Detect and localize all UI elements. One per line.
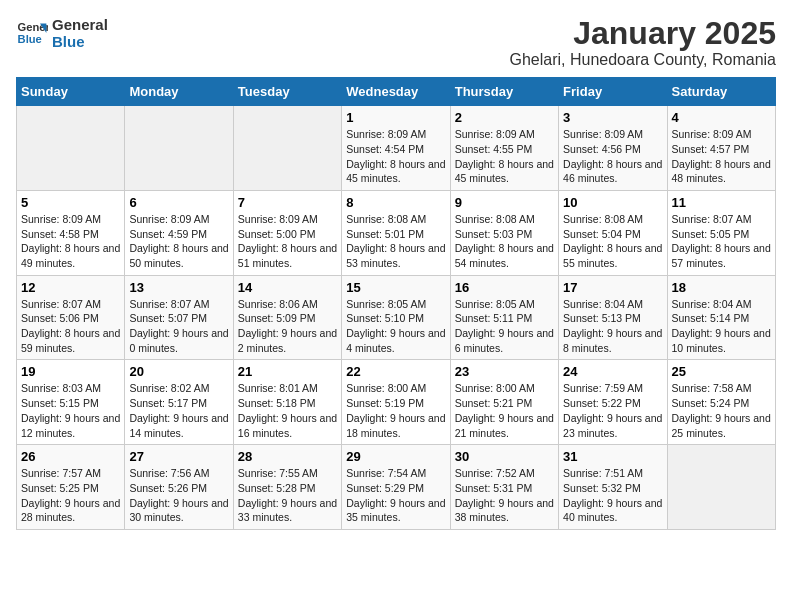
day-info: Sunrise: 8:07 AM Sunset: 5:06 PM Dayligh… [21,297,120,356]
day-info: Sunrise: 8:09 AM Sunset: 4:56 PM Dayligh… [563,127,662,186]
day-info: Sunrise: 7:57 AM Sunset: 5:25 PM Dayligh… [21,466,120,525]
calendar-day-12: 12Sunrise: 8:07 AM Sunset: 5:06 PM Dayli… [17,275,125,360]
day-number: 26 [21,449,120,464]
calendar-day-11: 11Sunrise: 8:07 AM Sunset: 5:05 PM Dayli… [667,190,775,275]
calendar-day-19: 19Sunrise: 8:03 AM Sunset: 5:15 PM Dayli… [17,360,125,445]
weekday-header-sunday: Sunday [17,78,125,106]
calendar-day-28: 28Sunrise: 7:55 AM Sunset: 5:28 PM Dayli… [233,445,341,530]
day-info: Sunrise: 8:08 AM Sunset: 5:01 PM Dayligh… [346,212,445,271]
weekday-header-thursday: Thursday [450,78,558,106]
calendar-header: SundayMondayTuesdayWednesdayThursdayFrid… [17,78,776,106]
calendar-day-5: 5Sunrise: 8:09 AM Sunset: 4:58 PM Daylig… [17,190,125,275]
day-number: 10 [563,195,662,210]
calendar-day-16: 16Sunrise: 8:05 AM Sunset: 5:11 PM Dayli… [450,275,558,360]
day-info: Sunrise: 8:01 AM Sunset: 5:18 PM Dayligh… [238,381,337,440]
weekday-header-wednesday: Wednesday [342,78,450,106]
day-info: Sunrise: 7:55 AM Sunset: 5:28 PM Dayligh… [238,466,337,525]
day-number: 2 [455,110,554,125]
calendar-day-17: 17Sunrise: 8:04 AM Sunset: 5:13 PM Dayli… [559,275,667,360]
calendar-day-1: 1Sunrise: 8:09 AM Sunset: 4:54 PM Daylig… [342,106,450,191]
svg-text:Blue: Blue [18,33,42,45]
title-block: January 2025 Ghelari, Hunedoara County, … [509,16,776,69]
calendar-day-22: 22Sunrise: 8:00 AM Sunset: 5:19 PM Dayli… [342,360,450,445]
day-number: 11 [672,195,771,210]
calendar-day-4: 4Sunrise: 8:09 AM Sunset: 4:57 PM Daylig… [667,106,775,191]
calendar-week-3: 12Sunrise: 8:07 AM Sunset: 5:06 PM Dayli… [17,275,776,360]
day-number: 12 [21,280,120,295]
day-number: 17 [563,280,662,295]
day-number: 27 [129,449,228,464]
calendar-day-25: 25Sunrise: 7:58 AM Sunset: 5:24 PM Dayli… [667,360,775,445]
calendar-week-1: 1Sunrise: 8:09 AM Sunset: 4:54 PM Daylig… [17,106,776,191]
day-info: Sunrise: 8:07 AM Sunset: 5:05 PM Dayligh… [672,212,771,271]
day-info: Sunrise: 8:09 AM Sunset: 5:00 PM Dayligh… [238,212,337,271]
logo-line1: General [52,16,108,33]
day-info: Sunrise: 7:59 AM Sunset: 5:22 PM Dayligh… [563,381,662,440]
day-number: 21 [238,364,337,379]
day-number: 14 [238,280,337,295]
day-info: Sunrise: 7:54 AM Sunset: 5:29 PM Dayligh… [346,466,445,525]
calendar-day-18: 18Sunrise: 8:04 AM Sunset: 5:14 PM Dayli… [667,275,775,360]
weekday-header-saturday: Saturday [667,78,775,106]
day-number: 6 [129,195,228,210]
day-info: Sunrise: 8:05 AM Sunset: 5:11 PM Dayligh… [455,297,554,356]
calendar-day-20: 20Sunrise: 8:02 AM Sunset: 5:17 PM Dayli… [125,360,233,445]
calendar-day-9: 9Sunrise: 8:08 AM Sunset: 5:03 PM Daylig… [450,190,558,275]
day-info: Sunrise: 8:03 AM Sunset: 5:15 PM Dayligh… [21,381,120,440]
day-number: 30 [455,449,554,464]
calendar-day-26: 26Sunrise: 7:57 AM Sunset: 5:25 PM Dayli… [17,445,125,530]
calendar-day-7: 7Sunrise: 8:09 AM Sunset: 5:00 PM Daylig… [233,190,341,275]
calendar-empty [17,106,125,191]
day-number: 18 [672,280,771,295]
day-info: Sunrise: 8:04 AM Sunset: 5:14 PM Dayligh… [672,297,771,356]
day-number: 25 [672,364,771,379]
weekday-header-tuesday: Tuesday [233,78,341,106]
logo-icon: General Blue [16,17,48,49]
calendar-day-3: 3Sunrise: 8:09 AM Sunset: 4:56 PM Daylig… [559,106,667,191]
day-number: 28 [238,449,337,464]
calendar-day-8: 8Sunrise: 8:08 AM Sunset: 5:01 PM Daylig… [342,190,450,275]
calendar-title: January 2025 [509,16,776,51]
day-number: 31 [563,449,662,464]
day-info: Sunrise: 8:09 AM Sunset: 4:58 PM Dayligh… [21,212,120,271]
calendar-empty [233,106,341,191]
day-number: 29 [346,449,445,464]
day-number: 8 [346,195,445,210]
day-number: 9 [455,195,554,210]
day-info: Sunrise: 8:05 AM Sunset: 5:10 PM Dayligh… [346,297,445,356]
calendar-day-23: 23Sunrise: 8:00 AM Sunset: 5:21 PM Dayli… [450,360,558,445]
weekday-row: SundayMondayTuesdayWednesdayThursdayFrid… [17,78,776,106]
day-info: Sunrise: 8:06 AM Sunset: 5:09 PM Dayligh… [238,297,337,356]
weekday-header-monday: Monday [125,78,233,106]
day-number: 5 [21,195,120,210]
calendar-day-24: 24Sunrise: 7:59 AM Sunset: 5:22 PM Dayli… [559,360,667,445]
day-number: 3 [563,110,662,125]
calendar-day-14: 14Sunrise: 8:06 AM Sunset: 5:09 PM Dayli… [233,275,341,360]
calendar-empty [667,445,775,530]
day-info: Sunrise: 8:08 AM Sunset: 5:04 PM Dayligh… [563,212,662,271]
day-info: Sunrise: 7:58 AM Sunset: 5:24 PM Dayligh… [672,381,771,440]
calendar-day-2: 2Sunrise: 8:09 AM Sunset: 4:55 PM Daylig… [450,106,558,191]
day-number: 13 [129,280,228,295]
day-info: Sunrise: 8:07 AM Sunset: 5:07 PM Dayligh… [129,297,228,356]
day-info: Sunrise: 8:00 AM Sunset: 5:19 PM Dayligh… [346,381,445,440]
day-info: Sunrise: 8:09 AM Sunset: 4:57 PM Dayligh… [672,127,771,186]
logo-line2: Blue [52,33,108,50]
calendar-day-30: 30Sunrise: 7:52 AM Sunset: 5:31 PM Dayli… [450,445,558,530]
day-info: Sunrise: 8:09 AM Sunset: 4:54 PM Dayligh… [346,127,445,186]
day-info: Sunrise: 7:52 AM Sunset: 5:31 PM Dayligh… [455,466,554,525]
day-info: Sunrise: 8:09 AM Sunset: 4:59 PM Dayligh… [129,212,228,271]
day-number: 23 [455,364,554,379]
day-number: 7 [238,195,337,210]
day-info: Sunrise: 8:04 AM Sunset: 5:13 PM Dayligh… [563,297,662,356]
calendar-body: 1Sunrise: 8:09 AM Sunset: 4:54 PM Daylig… [17,106,776,530]
day-info: Sunrise: 8:02 AM Sunset: 5:17 PM Dayligh… [129,381,228,440]
calendar-week-4: 19Sunrise: 8:03 AM Sunset: 5:15 PM Dayli… [17,360,776,445]
day-number: 4 [672,110,771,125]
day-number: 16 [455,280,554,295]
calendar-day-31: 31Sunrise: 7:51 AM Sunset: 5:32 PM Dayli… [559,445,667,530]
logo: General Blue General Blue [16,16,108,50]
calendar-empty [125,106,233,191]
day-number: 15 [346,280,445,295]
calendar-day-27: 27Sunrise: 7:56 AM Sunset: 5:26 PM Dayli… [125,445,233,530]
